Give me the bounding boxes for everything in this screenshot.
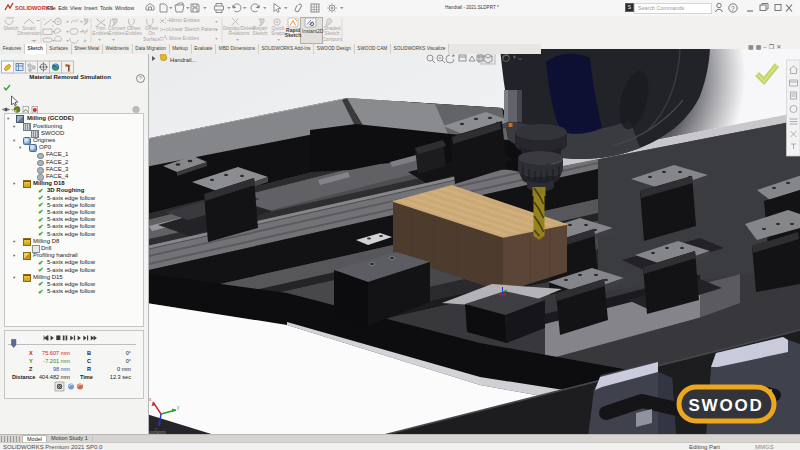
svg-text:Handrail...: Handrail... [170, 57, 197, 63]
svg-text:?: ? [731, 5, 735, 12]
svg-text:SWOOD: SWOOD [688, 396, 763, 415]
